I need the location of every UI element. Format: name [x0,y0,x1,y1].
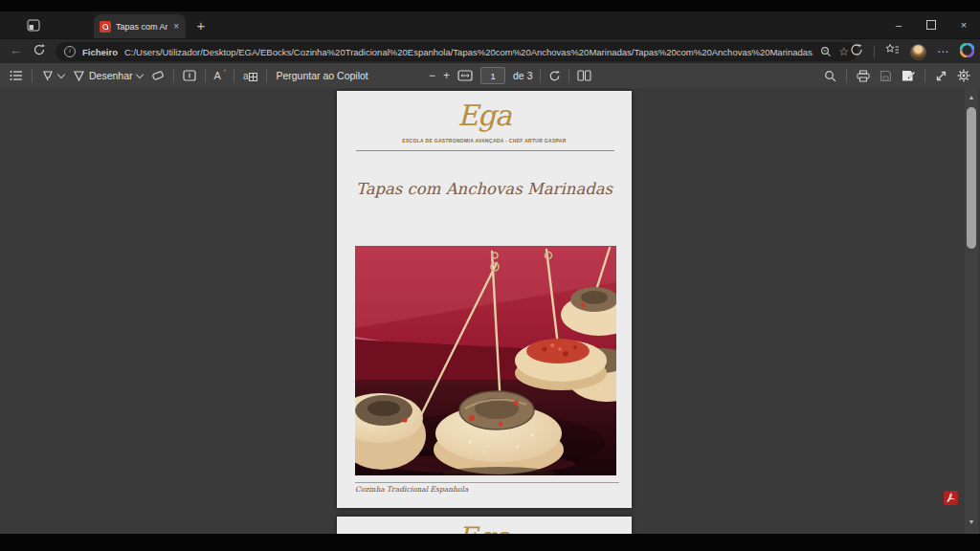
browser-essentials-icon [850,43,863,56]
url-field[interactable]: i Ficheiro C:/Users/Utilizador/Desktop/E… [56,42,858,61]
screen: Tapas com Anchovas Marinadas.p × + – × ←… [0,0,980,551]
printer-icon [857,70,870,82]
ask-copilot-button[interactable]: Perguntar ao Copilot [276,70,368,81]
settings-more-button[interactable]: ⋯ [937,45,949,58]
scroll-down-button[interactable]: ▼ [965,518,978,525]
pdf-toolbar-right [824,63,970,88]
page-view-button[interactable] [577,70,591,81]
new-tab-button[interactable]: + [191,16,211,35]
ega-brand-logo: Ega [337,99,632,132]
draw-label: Desenhar [89,70,133,81]
add-favorite-button[interactable]: ☆ [838,45,849,58]
divider [568,69,569,82]
erase-button[interactable] [151,70,165,81]
scrollbar-thumb[interactable] [967,107,976,249]
profile-avatar[interactable] [910,44,926,60]
fullscreen-button[interactable] [935,70,947,82]
pdf-page-1: Ega ESCOLA DE GASTRONOMIA AVANÇADA - CHE… [337,91,632,508]
highlighter-icon [41,70,55,82]
tapas-photo [355,246,616,475]
pdf-toolbar-center: − + de 3 [429,63,591,88]
letterbox-bottom [0,534,980,551]
address-bar: ← i Ficheiro C:/Users/Utilizador/Desktop… [0,38,980,63]
refresh-icon [33,43,46,56]
ega-brand-logo: Ega [337,521,632,534]
brand-subtitle: ESCOLA DE GASTRONOMIA AVANÇADA - CHEF AR… [337,138,632,143]
eraser-icon [151,70,165,81]
open-in-acrobat-button[interactable] [944,491,958,505]
print-button[interactable] [857,70,870,82]
pen-icon [73,70,85,82]
fit-to-width-button[interactable] [457,70,473,81]
url-text: C:/Users/Utilizador/Desktop/EGA/EBocks/C… [124,47,813,57]
divider [540,69,541,82]
tab-close-button[interactable]: × [172,21,180,32]
chevron-down-icon[interactable] [57,70,65,77]
draw-button[interactable]: Desenhar [73,70,143,82]
favorites-bar-button[interactable] [885,43,900,60]
tab-tapas-pdf[interactable]: Tapas com Anchovas Marinadas.p × [94,14,186,38]
divider [234,69,234,82]
close-window-button[interactable]: × [947,11,980,38]
page-caption: Cozinha Tradicional Espanhola [355,485,468,494]
read-aloud-button[interactable]: A [214,70,225,81]
browser-titlebar: Tapas com Anchovas Marinadas.p × + – × [0,11,980,38]
table-of-contents-button[interactable] [10,70,23,81]
divider [874,46,875,58]
letterbox-top [0,0,980,11]
pdf-viewer-canvas[interactable]: Ega ESCOLA DE GASTRONOMIA AVANÇADA - CHE… [0,88,980,534]
divider [205,69,206,82]
footer-rule [355,482,619,483]
pdf-settings-button[interactable] [957,69,970,82]
zoom-in-button[interactable]: + [443,69,450,82]
rotate-icon [548,70,561,82]
back-button[interactable]: ← [10,43,22,57]
pdf-page-2: Ega [337,517,632,534]
tab-actions-menu-button[interactable] [25,17,42,33]
expand-diagonal-icon [935,70,947,82]
maximize-button[interactable] [915,11,947,38]
window-controls: – × [882,11,980,38]
translate-button[interactable]: a [243,71,258,81]
ask-copilot-label: Perguntar ao Copilot [276,70,368,81]
browser-essentials-button[interactable] [850,43,863,60]
zoom-out-button[interactable]: − [429,69,435,82]
save-as-icon [902,70,915,82]
magnifier-icon [820,46,832,57]
highlight-button[interactable] [41,70,64,82]
pdf-toolbar-left: Desenhar A a [10,63,368,88]
search-document-button[interactable] [824,70,836,82]
document-title: Tapas com Anchovas Marinadas [337,180,632,198]
divider [173,69,174,82]
add-text-button[interactable] [183,70,196,81]
pdf-favicon-icon [100,21,111,33]
two-page-view-icon [577,70,591,81]
fit-width-icon [457,70,473,81]
tab-title: Tapas com Anchovas Marinadas.p [116,22,167,32]
adobe-acrobat-icon [946,493,956,503]
rotate-button[interactable] [548,70,561,82]
save-button[interactable] [880,70,892,82]
save-as-button[interactable] [902,70,915,82]
file-scheme-chip: Ficheiro [82,47,118,57]
zoom-level-button[interactable] [820,46,832,57]
scroll-up-button[interactable]: ▲ [965,94,978,100]
minimize-button[interactable]: – [882,11,915,38]
refresh-button[interactable] [33,43,48,58]
tab-actions-icon [27,19,40,32]
text-box-icon [183,70,196,81]
file-info-icon: i [64,46,76,57]
translate-icon: a [243,71,258,81]
pdf-toolbar: Desenhar A a [0,63,980,88]
divider [846,69,847,82]
favorites-star-icon [885,43,900,56]
copilot-button[interactable] [960,43,974,61]
save-icon [880,70,892,82]
chevron-down-icon[interactable] [135,70,143,77]
divider [924,69,925,82]
copilot-icon [960,43,974,57]
addressbar-right-actions: ⋯ [850,42,974,61]
table-of-contents-icon [10,70,23,81]
page-number-input[interactable] [480,67,505,84]
page-count-label: de 3 [513,70,532,81]
